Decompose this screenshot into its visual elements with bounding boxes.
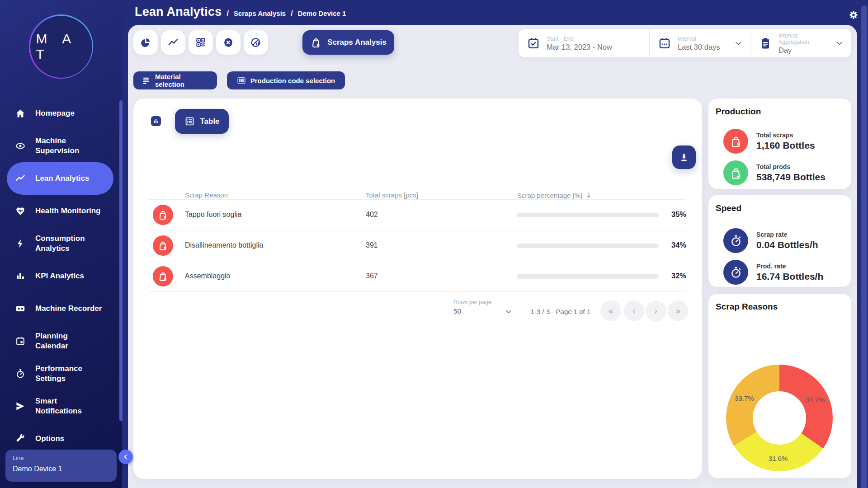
column-header-total-scraps[interactable]: Total scraps [pcs] [366,191,418,199]
donut-segment-label: 34.7% [806,395,825,403]
sidebar-item-planning-calendar[interactable]: Planning Calendar [0,325,122,357]
stopwatch-icon [723,260,748,285]
prod-rate-stat: Prod. rate 16.74 Bottles/h [723,260,823,285]
chevron-down-icon[interactable] [504,307,513,316]
interval-label: Interval [678,36,727,42]
pie-chart-view-button[interactable] [133,30,158,55]
clipboard-icon [759,37,772,50]
sidebar-item-smart-notifications[interactable]: Smart Notifications [0,390,122,422]
scraps-table-card: Table Scrap Reason Total scraps [pcs] Sc… [133,99,702,479]
x-circle-icon [222,37,234,48]
sidebar-collapse-button[interactable] [118,450,133,464]
start-end-filter[interactable]: Start - End Mar 13, 2023 - Now [519,29,649,57]
table-list-icon [184,116,195,127]
interval-aggregation-filter[interactable]: Interval Aggregation Day [750,29,851,57]
sidebar-item-performance-settings[interactable]: Performance Settings [0,357,122,390]
sidebar-scrollbar[interactable] [119,100,123,421]
bar-chart-icon [15,271,26,282]
page-title: Lean Analytics [135,5,222,19]
bag-check-icon [723,160,748,185]
bag-x-icon [310,37,322,48]
production-code-selection-button[interactable]: Production code selection [227,71,345,89]
sidebar-item-lean-analytics[interactable]: Lean Analytics [7,162,113,195]
sidebar-item-kpi-analytics[interactable]: KPI Analytics [0,260,122,292]
scraps-analysis-tab-label: Scraps Analysis [327,38,387,47]
sidebar-item-consumption-analytics[interactable]: Consumption Analytics [0,227,122,260]
breadcrumb-demo-device[interactable]: Demo Device 1 [298,9,346,17]
sidebar-item-machine-supervision[interactable]: Machine Supervision [0,130,122,162]
total-scraps-cell: 391 [366,241,378,249]
scrap-percentage-bar [517,274,659,279]
calendar-check-icon [527,37,540,50]
mat-logo-text: M A T [30,31,92,62]
scrap-percentage-cell: 35% [671,210,686,219]
heart-pulse-icon [15,206,26,216]
table-view-toggle-button[interactable]: Table [175,109,229,134]
window-scrollbar[interactable] [861,5,867,488]
prod-rate-value: 16.74 Bottles/h [756,271,823,282]
donut-segment-label: 33.7% [735,394,754,402]
table-row[interactable]: Tappo fuori soglia 402 35% [149,200,686,230]
total-scraps-value: 1,160 Bottles [756,140,815,151]
total-scraps-cell: 367 [366,272,378,280]
total-scraps-cell: 402 [366,211,378,219]
stopwatch-icon [15,368,26,379]
scrap-rate-value: 0.04 Bottles/h [756,239,818,250]
gauge-chart-icon [250,37,262,48]
stopwatch-icon [723,228,748,253]
gauge-chart-view-button[interactable] [244,30,268,55]
qr-code-view-button[interactable] [189,30,213,55]
table-row[interactable]: Disallineamento bottiglia 391 34% [149,230,686,261]
bag-x-icon [153,235,173,256]
download-icon [679,152,689,163]
calendar-dots-icon [658,37,671,50]
device-card-value: Demo Device 1 [13,465,109,473]
scrap-reasons-donut[interactable]: 34.7% 31.6% 33.7% [726,365,833,471]
next-page-button[interactable]: › [646,300,666,321]
speed-card: Speed Scrap rate 0.04 Bottles/h Prod. ra… [708,195,851,287]
speed-card-title: Speed [716,203,741,213]
line-chart-view-button[interactable] [161,30,185,55]
previous-page-button[interactable]: ‹ [623,300,644,321]
production-card-title: Production [716,107,761,117]
sidebar-item-homepage[interactable]: Homepage [0,97,122,130]
breadcrumb-scraps-analysis[interactable]: Scraps Analysis [234,9,286,17]
production-code-selection-label: Production code selection [250,77,335,84]
scrap-percentage-bar [517,244,659,248]
settings-gear-button[interactable] [844,6,863,24]
calendar-icon [15,336,26,347]
donut-segment-label: 31.6% [769,454,788,462]
start-end-label: Start - End [547,36,642,42]
content-panel: Scraps Analysis Start - End Mar 13, 2023… [128,25,857,488]
divider [149,291,686,292]
bag-x-icon [153,266,173,286]
download-button[interactable] [672,145,696,169]
scrap-reason-cell: Disallineamento bottiglia [185,241,263,249]
line-chart-icon [167,37,179,48]
device-card[interactable]: Line Demo Device 1 [5,450,117,482]
pie-chart-icon [140,37,151,48]
column-header-scrap-reason[interactable]: Scrap Reason [185,191,228,199]
chevron-down-icon [734,39,743,48]
chevron-down-icon [835,39,844,48]
rows-per-page-select[interactable]: 50 [453,307,461,315]
mini-bar-chart-icon [153,118,159,124]
table-row[interactable]: Assemblaggio 367 32% [149,261,686,291]
scrap-percentage-cell: 32% [671,272,686,280]
scraps-analysis-tab[interactable]: Scraps Analysis [302,30,394,55]
x-circle-view-button[interactable] [216,30,241,55]
material-selection-label: Material selection [155,73,209,88]
interval-filter[interactable]: Interval Last 30 days [649,29,750,57]
scrap-reasons-card: Scrap Reasons 34.7% 31.6% 33.7% [708,294,851,478]
last-page-button[interactable]: » [668,300,689,321]
scrap-reason-cell: Tappo fuori soglia [185,211,241,219]
scrap-reasons-title: Scrap Reasons [716,302,778,312]
column-header-scrap-percentage[interactable]: Scrap percentage [%] ↓ [517,191,592,199]
sidebar-item-machine-recorder[interactable]: Machine Recorder [0,292,122,325]
chart-view-toggle-button[interactable] [151,116,161,126]
sidebar-item-health-monitoring[interactable]: Health Monitoring [0,195,122,227]
lightning-bolt-icon [15,238,26,249]
material-selection-button[interactable]: Material selection [133,71,217,89]
total-scraps-stat: Total scraps 1,160 Bottles [723,129,815,154]
first-page-button[interactable]: « [600,300,621,321]
